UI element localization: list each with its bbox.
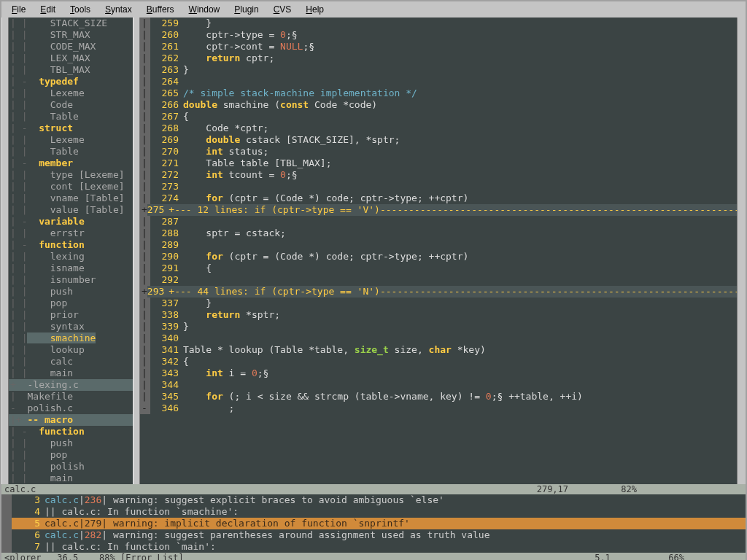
- tag-item[interactable]: | | CODE_MAX: [9, 41, 133, 52]
- error-list[interactable]: 3 calc.c|236| warning: suggest explicit …: [1, 494, 746, 553]
- tag-item[interactable]: | - member: [9, 158, 133, 169]
- error-line[interactable]: 7 || calc.c: In function `main':: [1, 541, 746, 553]
- code-line[interactable]: |274 for (cptr = (Code *) code; cptr->ty…: [140, 192, 737, 204]
- tag-item[interactable]: | | TBL_MAX: [9, 64, 133, 76]
- left-scrollbar[interactable]: [1, 18, 9, 484]
- code-line[interactable]: |291 {: [140, 262, 737, 274]
- menu-file[interactable]: File: [4, 3, 33, 16]
- status-bar-code: calc.c 279,17 82%: [1, 484, 746, 494]
- error-line[interactable]: 5 calc.c|279| warning: implicit declarat…: [1, 518, 746, 529]
- tag-item[interactable]: | | pop: [9, 298, 133, 309]
- code-line[interactable]: |273: [140, 181, 737, 192]
- menubar[interactable]: FileEditToolsSyntaxBuffersWindowPluginCV…: [1, 1, 746, 18]
- tag-item[interactable]: | | pop: [9, 449, 133, 461]
- tag-item[interactable]: | | syntax: [9, 321, 133, 332]
- menu-plugin[interactable]: Plugin: [227, 3, 266, 16]
- split-handle[interactable]: [133, 18, 140, 484]
- tag-item[interactable]: | | lexing: [9, 251, 133, 262]
- code-line[interactable]: |261 cptr->cont = NULL;§: [140, 41, 737, 52]
- tag-item[interactable]: | | STACK_SIZE: [9, 18, 133, 29]
- tag-item[interactable]: + -lexing.c: [9, 379, 133, 391]
- tag-item[interactable]: | | cont [Lexeme]: [9, 181, 133, 192]
- tag-item[interactable]: |+ -- macro: [9, 414, 133, 426]
- tag-item[interactable]: | | value [Table]: [9, 204, 133, 216]
- code-line[interactable]: +293 +--- 44 lines: if (cptr->type == 'N…: [140, 286, 737, 298]
- code-line[interactable]: |262 return cptr;: [140, 52, 737, 64]
- code-line[interactable]: |270 int status;: [140, 146, 737, 158]
- menu-syntax[interactable]: Syntax: [98, 3, 139, 16]
- menu-tools[interactable]: Tools: [63, 3, 98, 16]
- tag-item[interactable]: | | Lexeme: [9, 134, 133, 146]
- tag-item[interactable]: | - function: [9, 426, 133, 438]
- menu-edit[interactable]: Edit: [33, 3, 63, 16]
- code-line[interactable]: |271 Table table [TBL_MAX];: [140, 158, 737, 169]
- menu-help[interactable]: Help: [298, 3, 331, 16]
- tag-item[interactable]: | Makefile: [9, 391, 133, 402]
- code-line[interactable]: |263 }: [140, 64, 737, 76]
- tag-explorer[interactable]: | | STACK_SIZE| | STR_MAX| | CODE_MAX| |…: [9, 18, 133, 484]
- tag-item[interactable]: | | polish: [9, 461, 133, 472]
- code-line[interactable]: |288 sptr = cstack;: [140, 228, 737, 239]
- tag-item[interactable]: | | push: [9, 438, 133, 449]
- code-line[interactable]: |344: [140, 379, 737, 391]
- tag-item[interactable]: | | push: [9, 286, 133, 298]
- code-editor[interactable]: |259 }|260 cptr->type = 0;§|261 cptr->co…: [140, 18, 737, 484]
- code-line[interactable]: |292: [140, 274, 737, 286]
- tag-item[interactable]: | | isnumber: [9, 274, 133, 286]
- code-line[interactable]: |269 double cstack [STACK_SIZE], *sptr;: [140, 134, 737, 146]
- code-line[interactable]: |343 int i = 0;§: [140, 368, 737, 379]
- menu-window[interactable]: Window: [182, 3, 228, 16]
- code-line[interactable]: |259 }: [140, 18, 737, 29]
- code-line[interactable]: |260 cptr->type = 0;§: [140, 29, 737, 41]
- code-line[interactable]: |265 /* simple stack-machine implementat…: [140, 88, 737, 99]
- code-line[interactable]: |290 for (cptr = (Code *) code; cptr->ty…: [140, 251, 737, 262]
- code-line[interactable]: |264: [140, 76, 737, 88]
- tag-item[interactable]: | | LEX_MAX: [9, 52, 133, 64]
- tag-item[interactable]: | | STR_MAX: [9, 29, 133, 41]
- code-line[interactable]: |337 }: [140, 298, 737, 309]
- tag-item[interactable]: | | main: [9, 472, 133, 484]
- tag-item[interactable]: | - typedef: [9, 76, 133, 88]
- tag-item[interactable]: | - variable: [9, 216, 133, 228]
- code-line[interactable]: |341 Table * lookup (Table *table, size_…: [140, 344, 737, 356]
- tag-item[interactable]: | - function: [9, 239, 133, 251]
- code-line[interactable]: |289: [140, 239, 737, 251]
- error-line[interactable]: 4 || calc.c: In function `smachine':: [1, 506, 746, 518]
- code-line[interactable]: |287: [140, 216, 737, 228]
- status-bar-bottom: <plorer__ 36,5 88% [Error List] 5,1 66%: [1, 553, 746, 560]
- tag-item[interactable]: | | type [Lexeme]: [9, 169, 133, 181]
- tag-item[interactable]: - polish.c: [9, 402, 133, 414]
- code-line[interactable]: |338 return *sptr;: [140, 309, 737, 321]
- code-line[interactable]: +275 +--- 12 lines: if (cptr->type == 'V…: [140, 204, 737, 216]
- tag-item[interactable]: | | Lexeme: [9, 88, 133, 99]
- code-line[interactable]: |340: [140, 332, 737, 344]
- code-line[interactable]: |342 {: [140, 356, 737, 368]
- tag-item[interactable]: | | isname: [9, 262, 133, 274]
- code-line[interactable]: |339 }: [140, 321, 737, 332]
- tag-item[interactable]: | | main: [9, 368, 133, 379]
- menu-buffers[interactable]: Buffers: [139, 3, 182, 16]
- code-line[interactable]: |272 int tcount = 0;§: [140, 169, 737, 181]
- tag-item[interactable]: | | Code: [9, 99, 133, 111]
- tag-item[interactable]: | | lookup: [9, 344, 133, 356]
- code-line[interactable]: |267 {: [140, 111, 737, 122]
- tag-item[interactable]: | | errstr: [9, 228, 133, 239]
- code-line[interactable]: |268 Code *cptr;: [140, 122, 737, 134]
- tag-item[interactable]: | | Table: [9, 111, 133, 122]
- tag-item[interactable]: | | Table: [9, 146, 133, 158]
- error-line[interactable]: 6 calc.c|282| warning: suggest parenthes…: [1, 529, 746, 541]
- tag-item[interactable]: | | calc: [9, 356, 133, 368]
- menu-cvs[interactable]: CVS: [266, 3, 299, 16]
- error-line[interactable]: 3 calc.c|236| warning: suggest explicit …: [1, 494, 746, 506]
- code-line[interactable]: |345 for (; i < size && strcmp (table->v…: [140, 391, 737, 402]
- tag-item[interactable]: | | smachine: [9, 332, 133, 344]
- right-scrollbar[interactable]: [737, 18, 746, 484]
- tag-item[interactable]: | - struct: [9, 122, 133, 134]
- code-line[interactable]: -346 ;: [140, 402, 737, 414]
- code-line[interactable]: |266 double smachine (const Code *code): [140, 99, 737, 111]
- tag-item[interactable]: | | prior: [9, 309, 133, 321]
- tag-item[interactable]: | | vname [Table]: [9, 192, 133, 204]
